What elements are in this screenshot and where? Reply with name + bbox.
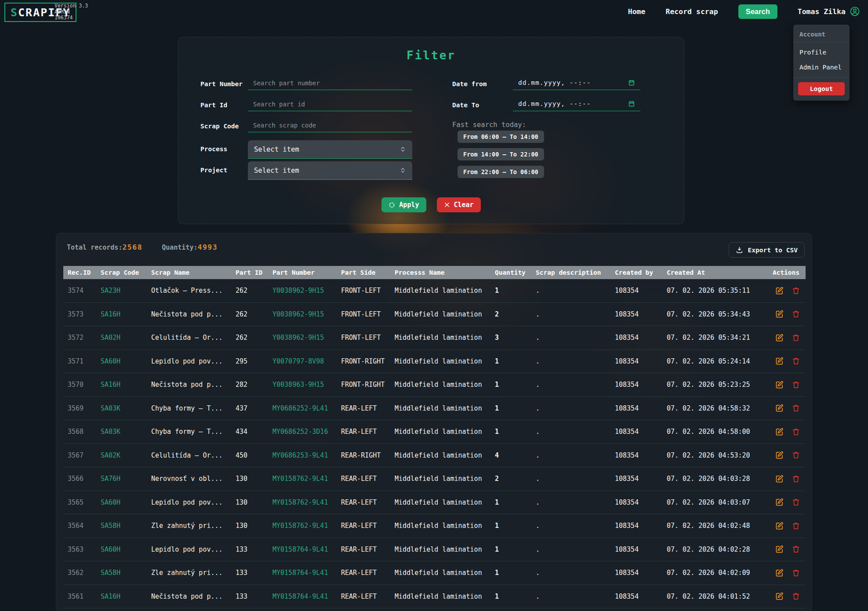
cell-actions: [763, 521, 806, 531]
cell-part-number[interactable]: MY0686252-3D16: [268, 428, 337, 436]
cell-rec-id: 3569: [63, 404, 96, 412]
cell-part-number[interactable]: MY0158764-9L41: [268, 546, 337, 553]
cell-scrap-description: .: [531, 593, 610, 600]
edit-record-button[interactable]: [775, 545, 784, 554]
calendar-icon[interactable]: [628, 100, 635, 107]
delete-record-button[interactable]: [792, 451, 800, 460]
cell-scrap-code[interactable]: SA58H: [96, 522, 147, 530]
cell-scrap-name: Lepidlo pod pov...: [147, 357, 231, 365]
cell-scrap-code[interactable]: SA60H: [96, 546, 147, 553]
cell-part-number[interactable]: Y0038962-9H15: [268, 310, 337, 318]
cell-process-name: Middlefield lamination: [390, 475, 490, 483]
part-id-input[interactable]: [248, 99, 412, 111]
edit-record-button[interactable]: [775, 380, 784, 389]
cell-scrap-code[interactable]: SA16H: [96, 310, 147, 318]
cell-scrap-code[interactable]: SA03K: [96, 428, 147, 436]
cell-part-number[interactable]: MY0158762-9L41: [268, 522, 337, 530]
scrap-code-input[interactable]: [248, 120, 412, 132]
delete-record-button[interactable]: [792, 474, 800, 484]
edit-record-button[interactable]: [775, 427, 784, 436]
calendar-icon[interactable]: [628, 79, 635, 86]
filter-panel: Filter Part Number Part Id Scrap Code Pr…: [178, 37, 684, 224]
process-select[interactable]: Select item: [248, 140, 412, 159]
fast-search-night-button[interactable]: From 22:00 – To 06:00: [458, 166, 544, 178]
edit-record-button[interactable]: [775, 356, 784, 366]
cell-part-id: 437: [231, 404, 268, 412]
edit-record-button[interactable]: [775, 286, 784, 295]
cell-quantity: 1: [490, 569, 531, 577]
delete-record-button[interactable]: [792, 286, 800, 295]
nav-record-scrap[interactable]: Record scrap: [665, 7, 718, 16]
delete-record-button[interactable]: [792, 592, 800, 601]
cell-process-name: Middlefield lamination: [390, 546, 490, 553]
edit-record-button[interactable]: [775, 474, 784, 484]
delete-record-button[interactable]: [792, 356, 800, 366]
cell-scrap-code[interactable]: SA03K: [96, 404, 147, 412]
delete-record-button[interactable]: [792, 568, 800, 578]
delete-record-button[interactable]: [792, 545, 800, 554]
date-from-input[interactable]: dd.mm.yyyy, --:--: [513, 77, 640, 90]
delete-record-button[interactable]: [792, 404, 800, 413]
main-nav: Home Record scrap Search Tomas Zilka: [628, 0, 860, 23]
cell-scrap-code[interactable]: SA02K: [96, 451, 147, 459]
export-csv-button[interactable]: Export to CSV: [729, 242, 805, 258]
col-part-number: Part Number: [268, 269, 337, 276]
cell-part-number[interactable]: Y0038963-9H15: [268, 381, 337, 389]
logout-button[interactable]: Logout: [798, 82, 845, 95]
clear-label: Clear: [454, 201, 474, 209]
cell-part-id: 282: [231, 381, 268, 389]
fast-search-label: Fast search today:: [452, 121, 526, 129]
edit-record-button[interactable]: [775, 521, 784, 531]
menu-item-admin-panel[interactable]: Admin Panel: [793, 60, 850, 75]
edit-record-button[interactable]: [775, 592, 784, 601]
part-number-input[interactable]: [248, 78, 412, 90]
cell-scrap-code[interactable]: SA02H: [96, 334, 147, 342]
cell-scrap-code[interactable]: SA60H: [96, 498, 147, 506]
nav-search-button[interactable]: Search: [738, 4, 777, 19]
cell-quantity: 2: [490, 475, 531, 483]
delete-record-button[interactable]: [792, 521, 800, 531]
delete-record-button[interactable]: [792, 380, 800, 389]
cell-part-number[interactable]: MY0158764-9L41: [268, 593, 337, 600]
cell-part-number[interactable]: Y0038962-9H15: [268, 287, 337, 295]
cell-scrap-description: .: [531, 522, 610, 530]
cell-part-number[interactable]: MY0158762-9L41: [268, 498, 337, 506]
nav-home[interactable]: Home: [628, 7, 646, 16]
date-from-label: Date from: [452, 80, 487, 87]
cell-scrap-code[interactable]: SA23H: [96, 287, 147, 295]
date-from-value: dd.mm.yyyy, --:--: [518, 79, 591, 86]
cell-scrap-code[interactable]: SA58H: [96, 569, 147, 577]
fast-search-morning-button[interactable]: From 06:00 – To 14:00: [458, 131, 544, 143]
apply-button[interactable]: Apply: [381, 197, 426, 212]
cell-part-number[interactable]: MY0686252-9L41: [268, 404, 337, 412]
cell-scrap-code[interactable]: SA16H: [96, 381, 147, 389]
menu-item-profile[interactable]: Profile: [793, 45, 850, 60]
cell-quantity: 2: [490, 310, 531, 318]
edit-record-button[interactable]: [775, 404, 784, 413]
delete-record-button[interactable]: [792, 309, 800, 319]
cell-part-number[interactable]: MY0158764-9L41: [268, 569, 337, 577]
cell-part-number[interactable]: Y0070797-8V98: [268, 357, 337, 365]
date-to-input[interactable]: dd.mm.yyyy, --:--: [513, 98, 640, 111]
edit-record-button[interactable]: [775, 333, 784, 342]
edit-record-button[interactable]: [775, 451, 784, 460]
cell-scrap-code[interactable]: SA16H: [96, 593, 147, 600]
delete-record-button[interactable]: [792, 427, 800, 436]
edit-record-button[interactable]: [775, 568, 784, 578]
delete-record-button[interactable]: [792, 498, 800, 507]
user-avatar-icon: [850, 6, 860, 17]
cell-part-number[interactable]: Y0038962-9H15: [268, 334, 337, 342]
clear-button[interactable]: Clear: [437, 197, 481, 212]
edit-record-button[interactable]: [775, 309, 784, 319]
delete-record-button[interactable]: [792, 333, 800, 342]
fast-search-afternoon-button[interactable]: From 14:00 – To 22:00: [458, 148, 544, 160]
cell-rec-id: 3562: [63, 569, 96, 577]
user-menu-trigger[interactable]: Tomas Zilka: [798, 6, 860, 17]
cell-scrap-code[interactable]: SA76H: [96, 475, 147, 483]
quantity-stat: Quantity: 4993: [162, 243, 218, 251]
cell-part-number[interactable]: MY0158762-9L41: [268, 475, 337, 483]
cell-scrap-code[interactable]: SA60H: [96, 357, 147, 365]
cell-part-number[interactable]: MY0686253-9L41: [268, 451, 337, 459]
project-select[interactable]: Select item: [248, 161, 412, 180]
edit-record-button[interactable]: [775, 498, 784, 507]
